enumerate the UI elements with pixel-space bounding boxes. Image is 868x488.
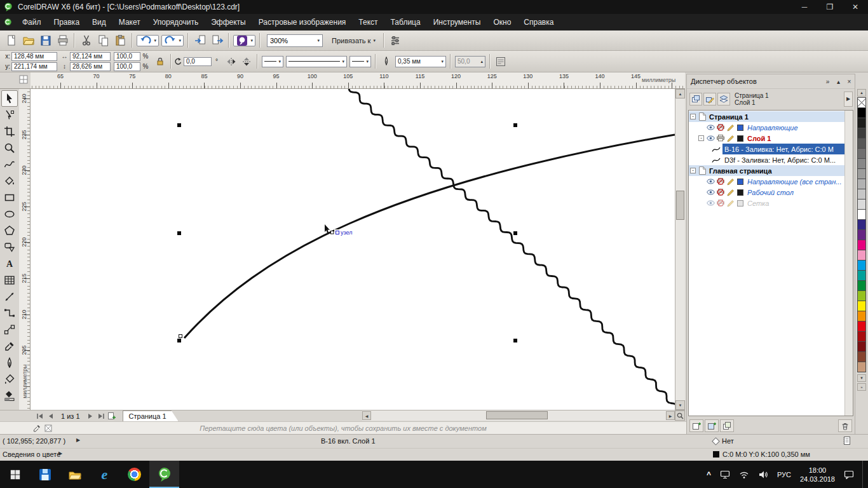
disk-app-taskbar-icon[interactable] bbox=[30, 461, 60, 488]
drawing-canvas[interactable]: узел bbox=[31, 89, 675, 410]
docker-close-icon[interactable]: × bbox=[844, 78, 855, 85]
layer-color-swatch[interactable] bbox=[737, 179, 743, 185]
color-swatch[interactable] bbox=[857, 351, 866, 362]
menu-item-8[interactable]: Текст bbox=[352, 14, 384, 30]
color-swatch[interactable] bbox=[857, 301, 866, 311]
previous-page-button[interactable] bbox=[45, 411, 56, 421]
smart-fill-tool[interactable] bbox=[1, 173, 18, 189]
palette-scroll-up[interactable]: ▲ bbox=[857, 89, 866, 97]
page-tab[interactable]: Страница 1 bbox=[123, 410, 179, 421]
vertical-scrollbar[interactable]: ▲ ▼ bbox=[675, 89, 685, 410]
color-swatch[interactable] bbox=[857, 158, 866, 169]
tree-layer-row[interactable]: Рабочий стол bbox=[689, 187, 844, 198]
tree-page-row[interactable]: -Главная страница bbox=[689, 165, 844, 176]
selection-handle[interactable] bbox=[177, 339, 181, 342]
layer-manager-view-button[interactable] bbox=[717, 93, 730, 105]
expander-icon[interactable]: - bbox=[698, 135, 704, 141]
end-arrowhead-dropdown[interactable]: ▾ bbox=[349, 56, 371, 67]
color-swatch[interactable] bbox=[857, 229, 866, 240]
selection-handle[interactable] bbox=[513, 123, 517, 127]
tree-scrollbar[interactable] bbox=[844, 111, 853, 416]
docker-collapse-icon[interactable]: ▴ bbox=[833, 78, 844, 85]
cut-button[interactable] bbox=[78, 32, 95, 49]
color-swatch[interactable] bbox=[857, 362, 866, 372]
zoom-tool[interactable] bbox=[1, 140, 18, 156]
y-position-input[interactable]: 221,174 мм bbox=[11, 62, 57, 71]
snap-to-dropdown[interactable]: Привязать к▾ bbox=[332, 37, 376, 44]
mirror-vertical-button[interactable] bbox=[240, 55, 254, 69]
shape-tool[interactable] bbox=[1, 107, 18, 123]
menu-item-4[interactable]: Макет bbox=[112, 14, 147, 30]
expander-icon[interactable]: - bbox=[690, 168, 696, 173]
vertical-ruler[interactable]: миллиметры 240235230225220215210205 bbox=[19, 89, 31, 410]
ruler-origin[interactable] bbox=[0, 72, 31, 89]
clock[interactable]: 18:0024.03.2018 bbox=[800, 466, 835, 484]
network-icon[interactable] bbox=[720, 470, 730, 479]
docker-flyout-icon[interactable]: » bbox=[822, 78, 833, 85]
horizontal-scroll-thumb[interactable] bbox=[486, 411, 548, 419]
docker-options-flyout-button[interactable]: ▶ bbox=[844, 92, 853, 107]
object-width-input[interactable]: 92,124 мм bbox=[70, 52, 111, 61]
tree-layer-row[interactable]: Сетка bbox=[689, 198, 844, 208]
add-page-button[interactable] bbox=[107, 411, 118, 421]
menu-item-10[interactable]: Инструменты bbox=[427, 14, 487, 30]
layer-print-icon[interactable] bbox=[716, 124, 725, 131]
layer-visibility-icon[interactable] bbox=[706, 189, 715, 195]
rectangle-tool[interactable] bbox=[1, 189, 18, 206]
minimize-button[interactable]: ─ bbox=[792, 0, 817, 14]
menu-item-11[interactable]: Окно bbox=[487, 14, 517, 30]
rotation-angle-input[interactable]: 0,0 bbox=[184, 57, 212, 66]
freehand-tool[interactable] bbox=[1, 156, 18, 173]
start-arrowhead-dropdown[interactable]: ▾ bbox=[262, 56, 283, 67]
coords-flyout-icon[interactable]: ▶ bbox=[76, 437, 80, 443]
basic-shapes-tool[interactable] bbox=[1, 239, 18, 255]
palette-scroll-down[interactable]: ▼ bbox=[857, 374, 866, 382]
color-swatch[interactable] bbox=[857, 240, 866, 250]
edge-taskbar-icon[interactable]: e bbox=[90, 461, 119, 488]
horizontal-scrollbar[interactable]: ◀ ▶ bbox=[362, 410, 675, 421]
layer-visibility-icon[interactable] bbox=[706, 200, 715, 206]
layer-visibility-icon[interactable] bbox=[706, 135, 715, 141]
scale-y-input[interactable]: 100,0 bbox=[114, 62, 140, 71]
application-launcher-button[interactable]: ▾ bbox=[233, 35, 255, 46]
pick-tool[interactable] bbox=[1, 90, 18, 107]
color-swatch[interactable] bbox=[857, 168, 866, 179]
import-button[interactable] bbox=[191, 32, 208, 49]
selection-handle[interactable] bbox=[513, 231, 517, 235]
tree-layer-row[interactable]: Направляющие (все стран... bbox=[689, 176, 844, 187]
tray-expand-icon[interactable]: ^ bbox=[707, 470, 711, 479]
layer-print-icon[interactable] bbox=[716, 178, 725, 185]
layer-print-icon[interactable] bbox=[716, 189, 725, 196]
layer-color-swatch[interactable] bbox=[737, 189, 743, 196]
layer-edit-icon[interactable] bbox=[726, 124, 735, 132]
zoom-level-combo[interactable]: 300%▾ bbox=[267, 34, 323, 47]
color-swatch[interactable] bbox=[857, 270, 866, 281]
tree-object-row[interactable]: B-16 - Заливка: Нет, Абрис: C:0 M bbox=[689, 144, 844, 154]
selection-handle[interactable] bbox=[177, 231, 181, 235]
tree-page-row[interactable]: -Страница 1 bbox=[689, 111, 844, 122]
scale-x-input[interactable]: 100,0 bbox=[114, 52, 140, 61]
color-swatch[interactable] bbox=[857, 341, 866, 352]
copy-button[interactable] bbox=[95, 32, 112, 49]
layer-edit-icon[interactable] bbox=[726, 178, 735, 186]
layer-edit-icon[interactable] bbox=[726, 189, 735, 196]
color-info-flyout-icon[interactable]: ▶ bbox=[58, 451, 62, 456]
color-swatch[interactable] bbox=[857, 148, 866, 159]
last-page-button[interactable] bbox=[96, 411, 107, 421]
layer-visibility-icon[interactable] bbox=[706, 179, 715, 184]
new-layer-button[interactable] bbox=[689, 419, 703, 432]
color-swatch[interactable] bbox=[857, 199, 866, 210]
crop-tool[interactable] bbox=[1, 123, 18, 140]
menu-item-2[interactable]: Правка bbox=[48, 14, 86, 30]
vertical-scroll-thumb[interactable] bbox=[676, 191, 684, 220]
new-master-layer-button[interactable] bbox=[705, 419, 719, 432]
layer-color-swatch[interactable] bbox=[737, 125, 743, 131]
undo-button[interactable]: ▾ bbox=[137, 35, 159, 46]
volume-icon[interactable] bbox=[758, 470, 768, 479]
color-swatch[interactable] bbox=[857, 311, 866, 322]
ellipse-tool[interactable] bbox=[1, 206, 18, 222]
fill-indicator[interactable]: Нет bbox=[713, 437, 734, 445]
new-document-button[interactable] bbox=[3, 32, 20, 49]
scroll-down-arrow[interactable]: ▼ bbox=[675, 400, 685, 410]
close-button[interactable]: ✕ bbox=[843, 0, 868, 14]
